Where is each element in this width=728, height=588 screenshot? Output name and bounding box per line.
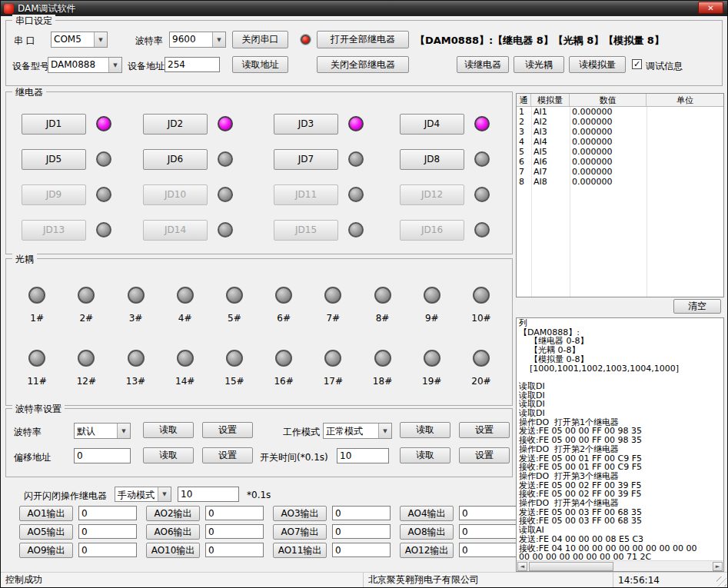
scroll-right-icon[interactable]: ► bbox=[713, 562, 723, 571]
ao-value-input[interactable] bbox=[205, 524, 264, 539]
ao-value-input[interactable] bbox=[332, 543, 391, 557]
relay-button-jd1[interactable]: JD1 bbox=[22, 114, 86, 135]
close-button[interactable]: ✕ bbox=[698, 2, 723, 14]
relay-button-jd15[interactable]: JD15 bbox=[274, 220, 338, 241]
flash-time-input[interactable] bbox=[178, 487, 239, 502]
relay-button-jd6[interactable]: JD6 bbox=[143, 149, 208, 170]
relay-cell: JD3 bbox=[274, 106, 400, 141]
log-hscrollbar[interactable]: ◄ ► bbox=[517, 560, 723, 571]
offset-addr-input[interactable] bbox=[74, 448, 131, 463]
ao-value-input[interactable] bbox=[332, 506, 391, 520]
ao-value-input[interactable] bbox=[205, 543, 264, 557]
relay-button-jd12[interactable]: JD12 bbox=[400, 184, 464, 205]
open-all-relays-button[interactable]: 打开全部继电器 bbox=[317, 31, 409, 48]
table-cell bbox=[647, 127, 723, 137]
ao-button-ao5[interactable]: AO5输出 bbox=[19, 524, 73, 540]
ao-button-ao6[interactable]: AO6输出 bbox=[146, 524, 200, 540]
relay-button-jd11[interactable]: JD11 bbox=[274, 184, 338, 205]
opto-group-title: 光耦 bbox=[12, 253, 37, 266]
relay-indicator-off bbox=[96, 187, 111, 202]
baudrate-select[interactable]: 默认 ▼ bbox=[74, 423, 131, 439]
clear-button[interactable]: 清空 bbox=[673, 299, 721, 314]
status-message: 控制成功 bbox=[1, 573, 364, 587]
workmode-set-button[interactable]: 设置 bbox=[459, 422, 510, 438]
relay-button-jd10[interactable]: JD10 bbox=[143, 184, 208, 205]
relay-button-jd2[interactable]: JD2 bbox=[143, 114, 208, 135]
switchtime-read-button[interactable]: 读取 bbox=[400, 447, 450, 463]
close-serial-button[interactable]: 关闭串口 bbox=[232, 31, 288, 48]
relay-button-jd3[interactable]: JD3 bbox=[274, 114, 338, 135]
read-addr-button[interactable]: 读取地址 bbox=[232, 56, 288, 73]
scroll-left-icon[interactable]: ◄ bbox=[517, 562, 527, 571]
ao-value-input[interactable] bbox=[78, 543, 137, 557]
relay-cell: JD6 bbox=[143, 141, 274, 177]
read-opto-button[interactable]: 读光耦 bbox=[514, 56, 564, 73]
opto-label: 13# bbox=[126, 376, 145, 387]
scroll-thumb[interactable] bbox=[529, 562, 613, 571]
serial-settings-group: 串口设定 串 口 COM5 ▼ 波特率 9600 ▼ 关闭串口 打开全部继电器 … bbox=[5, 20, 723, 86]
opto-row-2: 11#12#13#14#15#16#17#18#19#20# bbox=[12, 350, 506, 387]
opto-indicator-off bbox=[177, 287, 194, 304]
debug-info-label: 调试信息 bbox=[646, 60, 683, 73]
opto-label: 7# bbox=[326, 313, 340, 324]
relay-indicator-on bbox=[218, 116, 233, 131]
ao-button-ao12[interactable]: AO12输出 bbox=[400, 543, 454, 558]
offset-read-button[interactable]: 读取 bbox=[143, 447, 194, 463]
offset-addr-label: 偏移地址 bbox=[14, 451, 51, 464]
ao-value-input[interactable] bbox=[78, 524, 137, 539]
ao-value-input[interactable] bbox=[459, 524, 517, 539]
analog-table-body: 1AI10.0000002AI20.0000003AI30.0000004AI4… bbox=[517, 107, 723, 187]
read-analog-button[interactable]: 读模拟量 bbox=[569, 56, 626, 73]
relay-cell: JD7 bbox=[274, 141, 400, 177]
relay-cell: JD9 bbox=[22, 177, 143, 212]
table-cell: 0.000000 bbox=[570, 167, 647, 177]
relay-button-jd14[interactable]: JD14 bbox=[143, 220, 208, 241]
opto-label: 3# bbox=[129, 313, 143, 324]
table-cell: 0.000000 bbox=[570, 117, 647, 127]
ao-button-ao11[interactable]: AO11输出 bbox=[273, 543, 327, 558]
relay-button-jd5[interactable]: JD5 bbox=[22, 149, 86, 170]
ao-button-ao7[interactable]: AO7输出 bbox=[273, 524, 327, 540]
table-cell: 7 bbox=[517, 167, 531, 177]
ao-value-input[interactable] bbox=[205, 506, 264, 520]
relay-button-jd9[interactable]: JD9 bbox=[22, 184, 86, 205]
resize-grip[interactable] bbox=[716, 576, 726, 586]
relay-button-jd8[interactable]: JD8 bbox=[400, 149, 464, 170]
switchtime-set-button[interactable]: 设置 bbox=[459, 447, 510, 463]
relay-button-jd16[interactable]: JD16 bbox=[400, 220, 464, 241]
baud-rate-select[interactable]: 9600 ▼ bbox=[169, 32, 226, 48]
debug-info-checkbox[interactable]: ✓ bbox=[632, 59, 642, 69]
flash-mode-select[interactable]: 手动模式 ▼ bbox=[115, 487, 171, 502]
ao-value-input[interactable] bbox=[78, 506, 137, 520]
relay-button-jd13[interactable]: JD13 bbox=[22, 220, 86, 241]
baudrate-read-button[interactable]: 读取 bbox=[143, 422, 194, 438]
device-addr-input[interactable] bbox=[165, 57, 220, 72]
ao-button-ao3[interactable]: AO3输出 bbox=[273, 506, 327, 521]
opto-indicator-off bbox=[226, 287, 243, 304]
ao-button-ao10[interactable]: AO10输出 bbox=[146, 543, 200, 558]
relay-cell: JD11 bbox=[274, 177, 400, 212]
device-model-select[interactable]: DAM0888 ▼ bbox=[48, 57, 122, 73]
read-relay-button[interactable]: 读继电器 bbox=[457, 56, 509, 73]
workmode-select[interactable]: 正常模式 ▼ bbox=[323, 423, 392, 439]
relay-button-jd7[interactable]: JD7 bbox=[274, 149, 338, 170]
ao-button-ao2[interactable]: AO2输出 bbox=[146, 506, 200, 521]
offset-set-button[interactable]: 设置 bbox=[202, 447, 253, 463]
relay-button-jd4[interactable]: JD4 bbox=[400, 114, 464, 135]
baudrate-set-button[interactable]: 设置 bbox=[202, 422, 253, 438]
ao-value-input[interactable] bbox=[459, 543, 517, 557]
chevron-down-icon: ▼ bbox=[117, 424, 130, 438]
ao-value-input[interactable] bbox=[459, 506, 517, 520]
ao-button-ao9[interactable]: AO9输出 bbox=[19, 543, 73, 558]
opto-cell: 7# bbox=[308, 287, 357, 324]
switch-time-input[interactable] bbox=[337, 448, 389, 463]
table-cell: 3 bbox=[517, 127, 531, 137]
com-port-select[interactable]: COM5 ▼ bbox=[51, 32, 108, 48]
ao-value-input[interactable] bbox=[332, 524, 391, 539]
close-all-relays-button[interactable]: 关闭全部继电器 bbox=[317, 56, 409, 73]
workmode-read-button[interactable]: 读取 bbox=[400, 422, 450, 438]
ao-button-ao4[interactable]: AO4输出 bbox=[400, 506, 454, 521]
ao-button-ao1[interactable]: AO1输出 bbox=[19, 506, 73, 521]
main-content: 串口设定 串 口 COM5 ▼ 波特率 9600 ▼ 关闭串口 打开全部继电器 … bbox=[1, 16, 727, 572]
ao-button-ao8[interactable]: AO8输出 bbox=[400, 524, 454, 540]
